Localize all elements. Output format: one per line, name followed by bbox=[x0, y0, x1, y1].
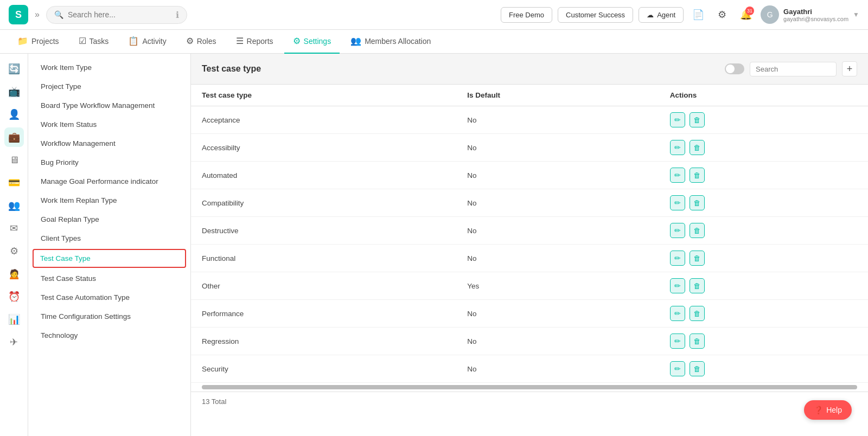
sidebar-item-workflow-management[interactable]: Workflow Management bbox=[28, 134, 190, 153]
tab-reports[interactable]: ☰ Reports bbox=[227, 30, 282, 54]
cell-default-5: No bbox=[456, 245, 659, 272]
cell-actions-3: ✏ 🗑 bbox=[659, 189, 868, 217]
cell-name-2: Automated bbox=[191, 162, 456, 189]
user-profile[interactable]: G Gayathri gayathri@snovasys.com ▼ bbox=[761, 5, 859, 24]
edit-button-0[interactable]: ✏ bbox=[670, 112, 685, 127]
global-search[interactable]: 🔍 ℹ bbox=[46, 6, 187, 24]
sidebar-item-time-config[interactable]: Time Configuration Settings bbox=[28, 307, 190, 326]
sidebar-item-bug-priority[interactable]: Bug Priority bbox=[28, 153, 190, 172]
activity-icon: 📋 bbox=[128, 36, 139, 46]
add-button[interactable]: + bbox=[842, 61, 857, 76]
search-box[interactable] bbox=[750, 62, 837, 76]
tab-settings[interactable]: ⚙ Settings bbox=[284, 30, 340, 54]
delete-button-8[interactable]: 🗑 bbox=[690, 334, 705, 349]
agent-icon: ☁ bbox=[647, 11, 654, 19]
delete-button-9[interactable]: 🗑 bbox=[690, 361, 705, 376]
tab-activity[interactable]: 📋 Activity bbox=[119, 30, 175, 54]
sidebar-icon-settings[interactable]: ⚙ bbox=[4, 241, 24, 261]
edit-button-2[interactable]: ✏ bbox=[670, 168, 685, 183]
sidebar-icon-send[interactable]: ✈ bbox=[4, 332, 24, 352]
edit-button-5[interactable]: ✏ bbox=[670, 251, 685, 266]
delete-button-7[interactable]: 🗑 bbox=[690, 306, 705, 321]
sidebar-icon-card[interactable]: 💳 bbox=[4, 173, 24, 193]
edit-button-7[interactable]: ✏ bbox=[670, 306, 685, 321]
sidebar-item-work-item-replan[interactable]: Work Item Replan Type bbox=[28, 191, 190, 210]
cell-name-9: Security bbox=[191, 355, 456, 383]
sidebar-item-manage-goal[interactable]: Manage Goal Performance indicator bbox=[28, 172, 190, 191]
content-inner: Test case type + Test case type Is Defau… bbox=[191, 54, 868, 436]
edit-button-1[interactable]: ✏ bbox=[670, 140, 685, 155]
expand-icon[interactable]: » bbox=[35, 10, 40, 20]
cell-name-0: Acceptance bbox=[191, 106, 456, 134]
main-layout: 🔄 📺 👤 💼 🖥 💳 👥 ✉ ⚙ 🙍 ⏰ 📊 ✈ Work Item Type… bbox=[0, 54, 868, 436]
search-input[interactable] bbox=[68, 10, 171, 19]
sidebar-item-board-type[interactable]: Board Type Workflow Management bbox=[28, 96, 190, 115]
table-search-input[interactable] bbox=[756, 65, 831, 73]
sidebar-item-goal-replan[interactable]: Goal Replan Type bbox=[28, 210, 190, 229]
notification-badge: 31 bbox=[745, 7, 754, 15]
tab-roles[interactable]: ⚙ Roles bbox=[177, 30, 225, 54]
content-area: Test case type + Test case type Is Defau… bbox=[191, 54, 868, 436]
sidebar-icon-user[interactable]: 👤 bbox=[4, 105, 24, 124]
agent-button[interactable]: ☁ Agent bbox=[639, 7, 684, 23]
col-header-is-default: Is Default bbox=[456, 85, 659, 106]
sidebar-item-client-types[interactable]: Client Types bbox=[28, 229, 190, 248]
sidebar-icon-monitor[interactable]: 🖥 bbox=[4, 150, 24, 170]
delete-button-6[interactable]: 🗑 bbox=[690, 278, 705, 293]
sidebar-item-test-case-automation[interactable]: Test Case Automation Type bbox=[28, 288, 190, 307]
free-demo-button[interactable]: Free Demo bbox=[501, 7, 552, 23]
delete-button-3[interactable]: 🗑 bbox=[690, 195, 705, 210]
tab-members[interactable]: 👥 Members Allocation bbox=[342, 30, 439, 54]
sidebar-icon-dashboard[interactable]: 🔄 bbox=[4, 59, 24, 79]
settings-icon-button[interactable]: ⚙ bbox=[713, 5, 731, 24]
cell-actions-6: ✏ 🗑 bbox=[659, 272, 868, 300]
cell-actions-4: ✏ 🗑 bbox=[659, 217, 868, 245]
sidebar-item-project-type[interactable]: Project Type bbox=[28, 77, 190, 96]
sidebar-item-test-case-status[interactable]: Test Case Status bbox=[28, 269, 190, 288]
edit-button-9[interactable]: ✏ bbox=[670, 361, 685, 376]
sidebar-item-work-item-status[interactable]: Work Item Status bbox=[28, 115, 190, 134]
edit-button-4[interactable]: ✏ bbox=[670, 223, 685, 238]
user-email: gayathri@snovasys.com bbox=[783, 16, 848, 22]
header-actions: + bbox=[725, 61, 857, 76]
table-row: Automated No ✏ 🗑 bbox=[191, 162, 868, 189]
tab-projects[interactable]: 📁 Projects bbox=[9, 30, 68, 54]
delete-button-2[interactable]: 🗑 bbox=[690, 168, 705, 183]
edit-button-6[interactable]: ✏ bbox=[670, 278, 685, 293]
edit-button-8[interactable]: ✏ bbox=[670, 334, 685, 349]
sidebar-icon-team[interactable]: 👥 bbox=[4, 196, 24, 215]
sidebar-item-technology[interactable]: Technology bbox=[28, 326, 190, 345]
edit-button-3[interactable]: ✏ bbox=[670, 195, 685, 210]
content-header: Test case type + bbox=[191, 54, 868, 85]
delete-button-4[interactable]: 🗑 bbox=[690, 223, 705, 238]
delete-button-0[interactable]: 🗑 bbox=[690, 112, 705, 127]
sidebar-item-work-item-type[interactable]: Work Item Type bbox=[28, 58, 190, 77]
documents-icon-button[interactable]: 📄 bbox=[689, 5, 707, 24]
topbar-actions: Free Demo Customer Success ☁ Agent 📄 ⚙ 🔔… bbox=[501, 5, 859, 24]
sidebar-item-test-case-type[interactable]: Test Case Type bbox=[33, 249, 186, 268]
sidebar-icon-briefcase[interactable]: 💼 bbox=[4, 127, 24, 147]
horizontal-scrollbar[interactable] bbox=[202, 385, 857, 389]
cell-default-7: No bbox=[456, 300, 659, 328]
sidebar-icon-report[interactable]: 📊 bbox=[4, 310, 24, 329]
sidebar-icon-tv[interactable]: 📺 bbox=[4, 82, 24, 101]
data-table: Test case type Is Default Actions Accept… bbox=[191, 85, 868, 383]
help-button[interactable]: ❓ Help bbox=[804, 400, 852, 420]
notifications-icon-button[interactable]: 🔔 31 bbox=[737, 5, 755, 24]
toggle-switch[interactable] bbox=[725, 63, 744, 74]
customer-success-button[interactable]: Customer Success bbox=[558, 7, 633, 23]
delete-button-1[interactable]: 🗑 bbox=[690, 140, 705, 155]
info-icon: ℹ bbox=[176, 10, 179, 20]
content-title: Test case type bbox=[202, 64, 725, 74]
delete-button-5[interactable]: 🗑 bbox=[690, 251, 705, 266]
sidebar-icon-person[interactable]: 🙍 bbox=[4, 264, 24, 284]
tab-tasks[interactable]: ☑ Tasks bbox=[70, 30, 118, 54]
cell-actions-0: ✏ 🗑 bbox=[659, 106, 868, 134]
sidebar-icon-clock[interactable]: ⏰ bbox=[4, 287, 24, 306]
cell-name-1: Accessibilty bbox=[191, 134, 456, 162]
settings-sidebar: Work Item Type Project Type Board Type W… bbox=[28, 54, 191, 436]
sidebar-icon-mail[interactable]: ✉ bbox=[4, 219, 24, 238]
tasks-icon: ☑ bbox=[79, 36, 86, 46]
chevron-down-icon: ▼ bbox=[853, 11, 859, 18]
cell-default-6: Yes bbox=[456, 272, 659, 300]
